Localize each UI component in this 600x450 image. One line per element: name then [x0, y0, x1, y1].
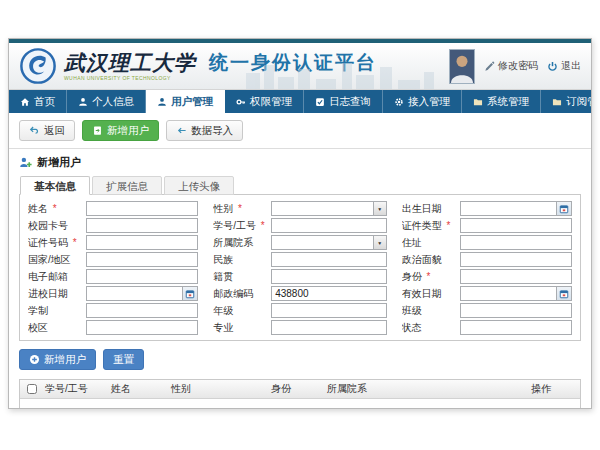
input-campus-card[interactable] [86, 218, 198, 233]
nav-item-system-management[interactable]: 系统管理 [462, 90, 541, 113]
form-field-major: 专业 [213, 320, 387, 335]
tab-upload-avatar[interactable]: 上传头像 [164, 176, 234, 195]
field-label: 有效日期 [402, 287, 460, 301]
input-political-status[interactable] [460, 252, 572, 267]
input-education-length[interactable] [86, 303, 198, 318]
form-field-native-place: 籍贯 [213, 269, 387, 284]
field-label: 电子邮箱 [28, 270, 86, 284]
tab-extended-info[interactable]: 扩展信息 [92, 176, 162, 195]
field-label: 出生日期 [402, 202, 460, 216]
field-input-wrap [86, 320, 198, 335]
checklist-icon [315, 97, 325, 107]
change-password-link[interactable]: 修改密码 [484, 59, 538, 73]
input-identity[interactable] [460, 269, 572, 284]
field-input-wrap [460, 201, 572, 216]
nav-item-profile[interactable]: 个人信息 [67, 90, 146, 113]
nav-item-label: 接入管理 [408, 95, 450, 109]
field-input-wrap [86, 252, 198, 267]
nav-item-label: 订阅管理 [566, 95, 592, 109]
form-field-name: 姓名 * [28, 201, 198, 216]
nav-item-user-management[interactable]: 用户管理 [146, 90, 225, 113]
field-input-wrap [460, 252, 572, 267]
form-field-ethnicity: 民族 [213, 252, 387, 267]
main-nav: 首页个人信息用户管理权限管理日志查询接入管理系统管理订阅管理 [9, 90, 591, 113]
form-field-political-status: 政治面貌 [402, 252, 572, 267]
input-student-id[interactable] [271, 218, 387, 233]
field-label: 年级 [213, 304, 271, 318]
form-field-address: 住址 [402, 235, 572, 250]
back-button-label: 返回 [44, 124, 65, 138]
calendar-icon[interactable] [556, 287, 571, 300]
required-asterisk: * [424, 271, 431, 282]
required-asterisk: * [70, 237, 77, 248]
submit-add-user-button[interactable]: 新增用户 [19, 349, 96, 370]
data-import-button[interactable]: 数据导入 [166, 120, 243, 141]
required-asterisk: * [444, 220, 451, 231]
table-column-operation: 操作 [528, 382, 576, 396]
form-field-country: 国家/地区 [28, 252, 198, 267]
university-logo-icon [19, 47, 57, 85]
tab-bar: 基本信息扩展信息上传头像 [19, 176, 581, 195]
nav-item-home[interactable]: 首页 [9, 90, 67, 113]
field-label: 学制 [28, 304, 86, 318]
input-native-place[interactable] [271, 269, 387, 284]
logout-link[interactable]: 退出 [547, 59, 581, 73]
input-email[interactable] [86, 269, 198, 284]
field-label: 政治面貌 [402, 253, 460, 267]
form-field-status: 状态 [402, 320, 572, 335]
folder-icon [552, 97, 562, 107]
form-actions: 新增用户 重置 [19, 349, 581, 370]
dropdown-arrow-icon[interactable]: ▼ [373, 236, 386, 249]
nav-item-label: 用户管理 [171, 95, 213, 109]
input-campus[interactable] [86, 320, 198, 335]
input-department[interactable] [271, 235, 387, 250]
page: 武汉理工大学 WUHAN UNIVERSITY OF TECHNOLOGY 统一… [0, 0, 600, 450]
field-input-wrap [460, 286, 572, 301]
toolbar-add-user-label: 新增用户 [107, 124, 149, 138]
form-field-id-type: 证件类型 * [402, 218, 572, 233]
nav-item-permission-management[interactable]: 权限管理 [225, 90, 304, 113]
field-label: 性别 * [213, 202, 271, 216]
input-country[interactable] [86, 252, 198, 267]
select-all-checkbox[interactable] [27, 384, 37, 394]
field-input-wrap [271, 252, 387, 267]
nav-item-log-query[interactable]: 日志查询 [304, 90, 383, 113]
input-name[interactable] [86, 201, 198, 216]
input-status[interactable] [460, 320, 572, 335]
university-name-cn: 武汉理工大学 [64, 52, 196, 74]
field-label: 班级 [402, 304, 460, 318]
document-arrow-icon [92, 125, 103, 136]
nav-item-subscription-management[interactable]: 订阅管理 [541, 90, 592, 113]
field-input-wrap [460, 320, 572, 335]
input-gender[interactable] [271, 201, 387, 216]
form-field-campus: 校区 [28, 320, 198, 335]
field-input-wrap: ▼ [271, 201, 387, 216]
reset-button[interactable]: 重置 [103, 349, 144, 370]
table-column-name: 姓名 [108, 382, 168, 396]
input-id-number[interactable] [86, 235, 198, 250]
calendar-icon[interactable] [556, 202, 571, 215]
input-class[interactable] [460, 303, 572, 318]
power-icon [547, 61, 558, 72]
user-icon [78, 97, 88, 107]
tab-basic-info[interactable]: 基本信息 [20, 176, 90, 195]
form-field-grade: 年级 [213, 303, 387, 318]
field-input-wrap [460, 235, 572, 250]
input-ethnicity[interactable] [271, 252, 387, 267]
calendar-icon[interactable] [182, 287, 197, 300]
submit-add-user-label: 新增用户 [44, 353, 86, 367]
table-column-identity: 身份 [268, 382, 324, 396]
input-address[interactable] [460, 235, 572, 250]
nav-item-label: 系统管理 [487, 95, 529, 109]
input-postal-code[interactable] [271, 286, 387, 301]
input-id-type[interactable] [460, 218, 572, 233]
field-input-wrap [460, 218, 572, 233]
dropdown-arrow-icon[interactable]: ▼ [373, 202, 386, 215]
back-button[interactable]: 返回 [19, 120, 75, 141]
form-field-valid-date: 有效日期 [402, 286, 572, 301]
field-input-wrap [86, 201, 198, 216]
input-major[interactable] [271, 320, 387, 335]
input-grade[interactable] [271, 303, 387, 318]
toolbar-add-user-button[interactable]: 新增用户 [82, 120, 159, 141]
nav-item-access-management[interactable]: 接入管理 [383, 90, 462, 113]
